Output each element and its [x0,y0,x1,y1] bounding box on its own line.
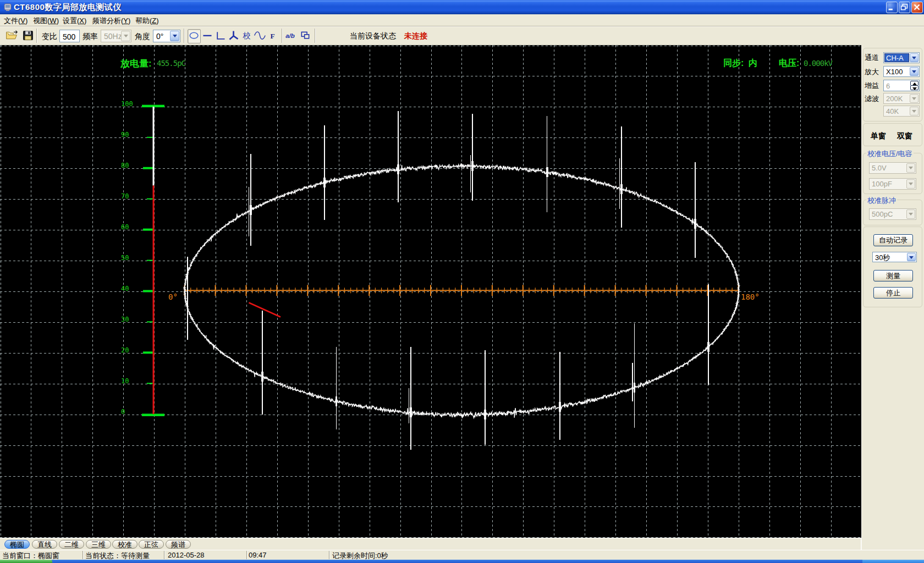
svg-text:10: 10 [121,377,129,385]
tab-5[interactable]: 校准 [112,540,138,549]
measure-button[interactable]: 测量 [873,270,913,282]
spinner-buttons [910,81,919,90]
double-window-toggle[interactable]: 双窗 [897,131,912,141]
chevron-down-icon [906,163,915,173]
discharge-quantity-value: 455.5pC [157,59,185,68]
amplify-combo[interactable]: X100 [883,66,920,77]
calibration-pulse-combo[interactable]: 500pC [869,208,916,220]
filter-value-1: 200K [886,95,903,103]
save-button[interactable] [21,29,35,43]
menu-item-2[interactable]: 视图(W) [33,16,59,25]
channel-combo[interactable]: CH-A [883,52,920,63]
chevron-down-icon [907,253,916,261]
svg-text:90: 90 [121,131,129,139]
toolbar-separator [36,29,37,43]
save-floppy-icon [21,29,35,42]
status-separator [246,551,248,559]
axes-2d-icon [214,29,227,42]
record-interval-value: 30秒 [875,253,890,263]
ratio-input[interactable] [59,30,80,42]
svg-text:0°: 0° [168,292,178,301]
chevron-down-icon [121,31,130,41]
line-view-button[interactable] [201,29,214,43]
start-button-edge[interactable] [0,560,52,563]
svg-text:180°: 180° [741,292,760,301]
tab-1[interactable]: 椭圆 [4,540,30,549]
control-panel: 通道 CH-A 放大 X100 增益 6 滤波 200K 40K 单窗 双窗 校… [861,45,924,550]
calibration-pulse-group-label: 校准脉冲 [866,196,897,206]
minimize-button[interactable] [886,2,898,13]
tab-6[interactable]: 正弦 [139,540,164,549]
chevron-down-icon [906,179,915,189]
2d-view-button[interactable] [214,29,227,43]
calibrate-icon: 校 [240,29,254,42]
spectrum-button[interactable]: F [266,29,279,43]
spin-down-icon[interactable] [910,85,919,90]
stop-button[interactable]: 停止 [873,287,913,299]
axes-3d-icon [227,29,240,42]
single-window-toggle[interactable]: 单窗 [871,131,886,141]
ellipse-icon [188,30,200,41]
calibration-voltage-value: 5.0V [872,164,887,172]
svg-text:0: 0 [121,408,125,416]
close-button[interactable] [911,2,923,13]
menu-item-1[interactable]: 文件(V) [4,16,28,25]
svg-text:80: 80 [121,162,129,169]
calibrate-button[interactable]: 校 [240,29,254,43]
gain-spinner[interactable]: 6 [883,80,920,91]
title-bar: CT6800数字局部放电测试仪 [0,0,924,14]
channel-value: CH-A [884,53,909,62]
status-date-field: 2012-05-28 [168,551,205,559]
window-title: CT6800数字局部放电测试仪 [14,2,122,13]
3d-view-button[interactable] [227,29,240,43]
menu-item-4[interactable]: 频谱分析(Y) [92,16,130,25]
record-interval-combo[interactable]: 30秒 [872,252,917,262]
calibration-voltage-combo[interactable]: 5.0V [869,162,916,174]
svg-text:100: 100 [121,100,133,108]
toolbar-separator [282,29,283,43]
dual-window-icon [299,29,312,42]
system-tray-edge [862,560,924,563]
sync-value: 内 [749,58,757,69]
gain-label: 增益 [865,81,879,91]
minimize-icon [887,2,897,13]
waveform-canvas: 10090807060504030201000°180° [0,45,861,538]
frequency-combo[interactable]: 50Hz [101,30,131,42]
open-file-button[interactable] [5,29,18,43]
angle-label: 角度 [135,32,150,42]
restore-button[interactable] [899,2,910,13]
ellipse-view-button[interactable] [188,29,201,43]
status-separator [164,551,165,559]
svg-text:20: 20 [121,346,129,354]
sync-label: 同步: [723,58,744,69]
angle-combo[interactable]: 0° [153,30,180,42]
phase-axis: 0°180° [168,285,760,301]
filter-combo-1[interactable]: 200K [883,93,920,104]
calibration-capacitance-combo[interactable]: 100pF [869,178,916,190]
device-status-label: 当前设备状态 [350,31,396,41]
tab-3[interactable]: 二维 [59,540,84,549]
open-folder-icon [5,29,18,42]
dual-window-button[interactable] [299,29,312,43]
menu-item-5[interactable]: 帮助(Z) [135,16,159,25]
voltage-value: 0.000kV [804,59,832,68]
spectrum-f-icon: F [266,29,279,42]
svg-text:a/b: a/b [285,32,295,39]
tab-7[interactable]: 频谱 [166,540,191,549]
svg-text:30: 30 [121,316,129,323]
discharge-quantity-label: 放电量: [120,57,152,70]
tab-2[interactable]: 直线 [32,540,57,549]
frequency-label: 频率 [82,32,98,42]
channel-label: 通道 [865,53,879,63]
filter-combo-2[interactable]: 40K [883,106,920,117]
sine-view-button[interactable] [253,29,266,43]
auto-record-button[interactable]: 自动记录 [873,234,913,246]
status-time-field: 09:47 [249,551,267,559]
menu-item-3[interactable]: 设置(X) [63,16,86,25]
filter-label: 滤波 [865,94,879,104]
status-separator [82,551,84,559]
tab-4[interactable]: 三维 [86,540,111,549]
ratio-display-button[interactable]: a/b [284,29,297,43]
close-icon [912,2,922,13]
svg-text:F: F [270,32,274,40]
